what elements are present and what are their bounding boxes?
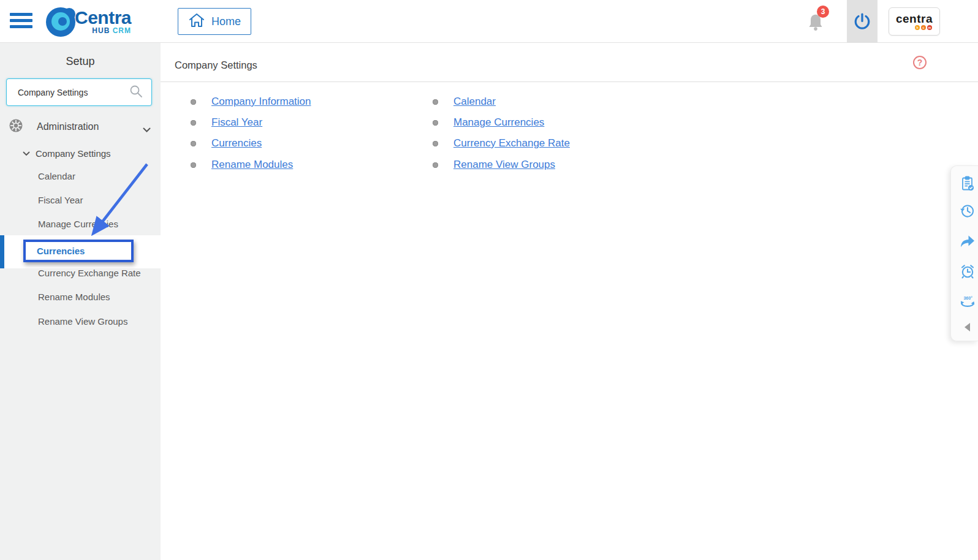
link-currency-exchange-rate[interactable]: Currency Exchange Rate [453, 137, 570, 149]
app-window: Centra HUB CRM Home [0, 0, 978, 560]
account-logo-dot-c: c [921, 25, 926, 30]
history-icon[interactable] [960, 203, 976, 219]
alarm-icon[interactable] [960, 263, 976, 279]
link-row: Currency Exchange Rate [433, 136, 570, 151]
sidebar-title: Setup [0, 55, 161, 68]
svg-text:360°: 360° [964, 296, 973, 300]
company-settings-group-label: Company Settings [36, 148, 111, 159]
bullet-icon [191, 120, 196, 126]
brand-sub-hub: HUB [92, 26, 110, 35]
centrahub-crm-logo: Centra HUB CRM [44, 2, 131, 41]
bullet-icon [433, 162, 438, 168]
search-icon[interactable] [129, 85, 143, 100]
brand-name: Centra [75, 9, 131, 27]
bullet-icon [433, 99, 438, 105]
account-company-logo: centra h c m [889, 7, 940, 36]
collapse-icon[interactable] [960, 319, 976, 335]
main-content: Company Settings ? Company Information F… [161, 43, 978, 560]
link-row: Calendar [433, 94, 496, 109]
centra-cloud-logo-icon [44, 4, 80, 39]
link-row: Manage Currencies [433, 115, 544, 130]
home-button[interactable]: Home [178, 8, 251, 35]
setup-sidebar: Setup Administ [0, 43, 161, 560]
sidebar-item-rename-view-groups[interactable]: Rename View Groups [0, 314, 161, 329]
link-row: Rename View Groups [433, 157, 555, 172]
link-row: Rename Modules [191, 157, 293, 172]
active-item-indicator-bar [0, 235, 4, 268]
account-logo-text: centra [896, 13, 933, 25]
link-row: Fiscal Year [191, 115, 262, 130]
sidebar-item-calendar[interactable]: Calendar [0, 169, 161, 184]
link-company-information[interactable]: Company Information [211, 96, 311, 108]
bullet-icon [191, 162, 196, 168]
help-icon[interactable]: ? [913, 56, 927, 69]
link-row: Currencies [191, 136, 262, 151]
link-rename-modules[interactable]: Rename Modules [211, 159, 293, 171]
currencies-active-label: Currencies [26, 246, 85, 256]
sidebar-item-currency-exchange-rate[interactable]: Currency Exchange Rate [0, 266, 161, 281]
bullet-icon [191, 99, 196, 105]
sidebar-group-company-settings[interactable]: Company Settings [0, 145, 161, 161]
notification-count-badge: 3 [817, 6, 829, 18]
brand-sub-crm: CRM [113, 26, 131, 35]
hamburger-menu-icon[interactable] [10, 12, 33, 29]
sidebar-item-rename-modules[interactable]: Rename Modules [0, 290, 161, 305]
sidebar-item-manage-currencies[interactable]: Manage Currencies [0, 217, 161, 232]
right-quick-toolbar: 360° [950, 165, 978, 341]
sidebar-search-box [6, 78, 152, 106]
link-manage-currencies[interactable]: Manage Currencies [453, 116, 544, 129]
link-calendar[interactable]: Calendar [453, 96, 496, 108]
account-logo-dot-h: h [915, 25, 920, 30]
link-currencies[interactable]: Currencies [211, 137, 262, 149]
notes-icon[interactable] [960, 176, 976, 192]
bullet-icon [433, 120, 438, 126]
view-360-icon[interactable]: 360° [960, 294, 976, 310]
page-title: Company Settings [175, 59, 257, 71]
chevron-down-icon [23, 148, 30, 159]
link-fiscal-year[interactable]: Fiscal Year [211, 116, 262, 129]
bullet-icon [191, 141, 196, 146]
home-icon [188, 12, 205, 31]
divider [161, 81, 978, 82]
sidebar-item-fiscal-year[interactable]: Fiscal Year [0, 193, 161, 208]
home-button-label: Home [211, 15, 241, 28]
top-header: Centra HUB CRM Home [0, 0, 978, 43]
sidebar-search-input[interactable] [7, 88, 129, 97]
account-logo-dot-m: m [927, 25, 932, 30]
administration-gear-icon [9, 118, 23, 135]
sidebar-section-administration[interactable]: Administration [0, 118, 161, 136]
share-icon[interactable] [960, 233, 976, 249]
link-row: Company Information [191, 94, 311, 109]
chevron-down-icon [143, 124, 151, 135]
link-rename-view-groups[interactable]: Rename View Groups [453, 159, 555, 171]
administration-label: Administration [37, 121, 99, 132]
sidebar-item-currencies[interactable]: Currencies [23, 240, 134, 262]
bullet-icon [433, 141, 438, 146]
logout-power-button[interactable] [847, 0, 878, 43]
